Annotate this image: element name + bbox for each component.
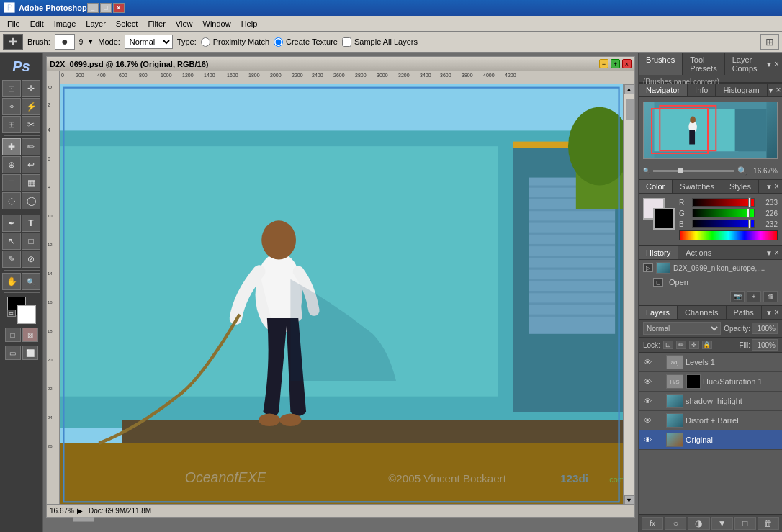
mode-select[interactable]: Normal Replace Multiply xyxy=(125,35,173,49)
menu-image[interactable]: Image xyxy=(50,18,81,30)
image-canvas[interactable]: OceanofEXE ©2005 Vincent Bockaert 123di … xyxy=(60,84,623,505)
brush-tool[interactable]: ✏ xyxy=(22,138,40,155)
tab-brushes[interactable]: Brushes xyxy=(639,53,683,75)
scroll-track-v[interactable] xyxy=(624,94,634,495)
layer-levels-1[interactable]: 👁 adj Levels 1 xyxy=(639,353,782,372)
layer-mask-button[interactable]: ○ xyxy=(665,517,686,530)
rectangle-tool[interactable]: □ xyxy=(22,233,40,250)
history-new-snapshot-button[interactable]: 📷 xyxy=(730,291,745,302)
red-slider[interactable] xyxy=(692,198,755,207)
pen-tool[interactable]: ✒ xyxy=(2,215,21,232)
healing-brush-tool[interactable]: ✚ xyxy=(2,138,21,155)
menu-select[interactable]: Select xyxy=(112,18,143,30)
lock-transparent-pixels-button[interactable]: ⊡ xyxy=(663,341,673,349)
color-spectrum-bar[interactable] xyxy=(679,230,778,240)
zoom-tool[interactable]: 🔍 xyxy=(22,273,40,290)
tab-tool-presets[interactable]: Tool Presets xyxy=(683,53,724,75)
tab-histogram[interactable]: Histogram xyxy=(716,84,767,96)
history-item-snapshot[interactable]: ▷ D2X_0699_nikon_europe,.... xyxy=(639,260,782,276)
history-new-state-button[interactable]: + xyxy=(747,291,761,302)
delete-layer-button[interactable]: 🗑 xyxy=(758,517,779,530)
blue-thumb[interactable] xyxy=(748,219,751,229)
green-slider[interactable] xyxy=(692,209,755,217)
nav-zoom-slider[interactable] xyxy=(653,170,734,172)
close-button[interactable]: × xyxy=(113,3,125,13)
tab-color[interactable]: Color xyxy=(639,180,673,193)
sample-all-layers-checkbox[interactable] xyxy=(342,37,351,47)
tab-layers[interactable]: Layers xyxy=(639,306,678,319)
layer-visibility-levels[interactable]: 👁 xyxy=(642,357,653,367)
opacity-input[interactable] xyxy=(752,323,778,334)
layer-chain-levels[interactable] xyxy=(655,357,664,367)
history-brush-tool[interactable]: ↩ xyxy=(22,156,40,173)
layer-adjustment-button[interactable]: ◑ xyxy=(688,517,709,530)
create-texture-radio[interactable] xyxy=(274,37,283,47)
nav-zoom-value[interactable]: 16.67% xyxy=(753,167,778,175)
history-delete-button[interactable]: 🗑 xyxy=(763,291,778,302)
layer-visibility-shadow[interactable]: 👁 xyxy=(642,396,653,406)
proximity-match-radio[interactable] xyxy=(201,37,210,47)
menu-view[interactable]: View xyxy=(171,18,197,30)
standard-screen-button[interactable]: ▭ xyxy=(5,346,21,360)
background-color[interactable] xyxy=(17,305,36,324)
history-item-open[interactable]: ◻ Open xyxy=(639,276,782,289)
tab-styles[interactable]: Styles xyxy=(722,180,759,193)
notes-tool[interactable]: ✎ xyxy=(2,251,21,268)
menu-layer[interactable]: Layer xyxy=(81,18,110,30)
color-collapse-icon[interactable]: ▼ xyxy=(765,183,773,191)
menu-file[interactable]: File xyxy=(3,18,24,30)
crop-tool[interactable]: ⊞ xyxy=(2,116,21,133)
hand-tool[interactable]: ✋ xyxy=(2,273,21,290)
layer-hue-saturation[interactable]: 👁 H/S Hue/Saturation 1 xyxy=(639,372,782,392)
collapse-icon[interactable]: ▼ xyxy=(765,60,773,68)
clone-stamp-tool[interactable]: ⊕ xyxy=(2,156,21,173)
layers-close-icon[interactable]: × xyxy=(774,307,779,317)
layer-chain-shadow[interactable] xyxy=(655,396,664,406)
path-selection-tool[interactable]: ↖ xyxy=(2,233,21,250)
doc-minimize-button[interactable]: − xyxy=(599,59,608,68)
layer-visibility-original[interactable]: 👁 xyxy=(642,435,653,445)
slice-tool[interactable]: ✂ xyxy=(22,116,40,133)
layer-chain-hue[interactable] xyxy=(655,377,664,387)
tab-swatches[interactable]: Swatches xyxy=(673,180,722,193)
layer-styles-button[interactable]: fx xyxy=(642,517,663,530)
move-tool[interactable]: ✛ xyxy=(22,80,40,97)
nav-collapse-icon[interactable]: ▼ xyxy=(768,86,775,94)
type-tool[interactable]: T xyxy=(22,215,40,232)
tab-navigator[interactable]: Navigator xyxy=(639,84,688,96)
menu-help[interactable]: Help xyxy=(237,18,262,30)
lock-image-pixels-button[interactable]: ✏ xyxy=(676,341,686,349)
options-extra-button[interactable]: ⊞ xyxy=(760,34,779,50)
panel-close-icon[interactable]: × xyxy=(774,59,779,69)
tab-layer-comps[interactable]: Layer Comps xyxy=(725,53,765,75)
lasso-tool[interactable]: ⌖ xyxy=(2,98,21,115)
quick-selection-tool[interactable]: ⚡ xyxy=(22,98,40,115)
green-thumb[interactable] xyxy=(747,208,750,218)
layer-chain-original[interactable] xyxy=(655,435,664,445)
status-arrow[interactable]: ▶ xyxy=(77,507,83,515)
gradient-tool[interactable]: ▦ xyxy=(22,174,40,191)
layer-distort-barrel[interactable]: 👁 Distort + Barrel xyxy=(639,411,782,430)
layer-original[interactable]: 👁 Original xyxy=(639,430,782,450)
lock-position-button[interactable]: ✛ xyxy=(689,341,699,349)
dodge-tool[interactable]: ◯ xyxy=(22,192,40,209)
menu-window[interactable]: Window xyxy=(199,18,235,30)
scroll-up-button[interactable]: ▲ xyxy=(624,84,634,94)
menu-filter[interactable]: Filter xyxy=(143,18,169,30)
blue-slider[interactable] xyxy=(692,220,755,228)
eraser-tool[interactable]: ◻ xyxy=(2,174,21,191)
eyedropper-tool[interactable]: ⊘ xyxy=(22,251,40,268)
tab-history[interactable]: History xyxy=(639,246,678,259)
layer-visibility-hue[interactable]: 👁 xyxy=(642,377,653,387)
swap-colors-button[interactable]: ⇄ xyxy=(7,310,16,317)
tab-actions[interactable]: Actions xyxy=(678,246,719,259)
minimize-button[interactable]: _ xyxy=(87,3,99,13)
new-layer-button[interactable]: □ xyxy=(734,517,756,530)
doc-close-button[interactable]: × xyxy=(622,59,632,68)
brush-dropdown-arrow[interactable]: ▼ xyxy=(87,38,94,45)
brush-preview[interactable]: ● xyxy=(55,34,75,50)
doc-maximize-button[interactable]: + xyxy=(611,59,620,68)
blur-tool[interactable]: ◌ xyxy=(2,192,21,209)
lock-all-button[interactable]: 🔒 xyxy=(702,341,712,349)
layer-visibility-distort[interactable]: 👁 xyxy=(642,415,653,425)
